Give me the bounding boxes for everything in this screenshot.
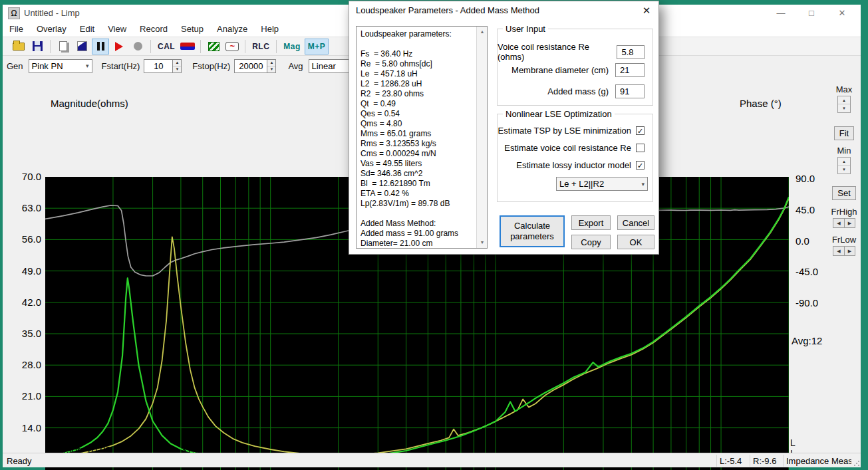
magnitude-tick: 35.0	[11, 328, 41, 339]
open-button[interactable]	[10, 39, 27, 55]
ok-button[interactable]: OK	[617, 235, 654, 249]
loudspeaker-parameters-dialog: Loudspeaker Parameters - Added Mass Meth…	[349, 1, 659, 255]
magnitude-tick: 28.0	[11, 359, 41, 370]
dialog-title-bar[interactable]: Loudspeaker Parameters - Added Mass Meth…	[349, 1, 658, 19]
magnitude-tick: 63.0	[11, 202, 41, 213]
dialog-title: Loudspeaker Parameters - Added Mass Meth…	[356, 5, 539, 15]
min-stepper[interactable]: ▲ ▼	[837, 157, 851, 174]
re-row: Voice coil resistance Re (ohms) 5.8	[498, 42, 645, 62]
diameter-input[interactable]: 21	[615, 63, 645, 77]
estimate-re-label: Estimate voice coil resistance Re	[504, 143, 631, 153]
magnitude-tick: 56.0	[11, 233, 41, 245]
diameter-label: Membrane diameter (cm)	[511, 65, 609, 75]
record-button[interactable]	[129, 39, 146, 55]
frlow-stepper[interactable]: ◀ ▶	[833, 246, 855, 256]
cancel-button[interactable]: Cancel	[617, 215, 654, 230]
up-arrow-icon: ▲	[267, 60, 275, 66]
right-arrow-icon[interactable]: ▶	[844, 218, 855, 228]
left-arrow-icon[interactable]: ◀	[833, 246, 844, 256]
toolbar-separator	[200, 40, 201, 53]
menu-item-edit[interactable]: Edit	[73, 22, 101, 37]
calibrate-button[interactable]: CAL	[155, 39, 178, 55]
estimate-tsp-label: Estimate TSP by LSE minimization	[498, 126, 631, 136]
set-button[interactable]: Set	[832, 186, 856, 200]
window-title: Untitled - Limp	[24, 8, 80, 18]
max-stepper[interactable]: ▲ ▼	[837, 96, 851, 113]
copy-button-dialog[interactable]: Copy	[571, 235, 611, 249]
magnitude-tick: 49.0	[11, 265, 41, 277]
phase-tick: 45.0	[796, 204, 829, 215]
down-arrow-icon: ▼	[267, 66, 275, 72]
up-arrow-icon[interactable]: ▲	[838, 158, 850, 166]
toolbar-separator	[276, 40, 277, 53]
frhigh-label: FrHigh	[831, 207, 857, 217]
fit-button[interactable]: Fit	[834, 126, 854, 140]
fstart-input[interactable]: 10	[144, 59, 173, 73]
scrollbar[interactable]: ▲ ▼	[476, 27, 487, 248]
resize-grip[interactable]	[853, 460, 860, 467]
magnitude-tick: 21.0	[11, 390, 41, 402]
menu-item-record[interactable]: Record	[133, 22, 174, 37]
status-separator	[783, 455, 784, 467]
down-arrow-icon[interactable]: ▼	[838, 166, 850, 174]
minimize-button[interactable]: —	[766, 5, 796, 22]
added-mass-input[interactable]: 91	[615, 84, 645, 98]
scroll-down-icon[interactable]: ▼	[477, 237, 488, 248]
up-arrow-icon[interactable]: ▲	[838, 96, 850, 104]
magnitude-axis-title: Magnitude(ohms)	[51, 98, 128, 109]
hatch-icon	[208, 42, 219, 51]
inductor-model-value: Le + L2||R2	[559, 179, 604, 189]
estimate-re-checkbox[interactable]	[636, 144, 645, 152]
close-button[interactable]: ✕	[827, 5, 857, 22]
parameters-textbox[interactable]: Loudspeaker parameters: Fs = 36.40 Hz Re…	[356, 26, 488, 249]
calculate-parameters-button[interactable]: Calculate parameters	[500, 215, 565, 247]
status-text: Ready	[7, 456, 32, 466]
right-arrow-icon[interactable]: ▶	[844, 246, 855, 256]
generator-type-select[interactable]: Pink PN▾	[29, 59, 92, 73]
max-label: Max	[836, 84, 853, 94]
left-arrow-icon[interactable]: ◀	[833, 218, 844, 228]
copy-button[interactable]	[55, 39, 72, 55]
scroll-up-icon[interactable]: ▲	[477, 27, 488, 37]
mag-view-button[interactable]: Mag	[281, 39, 303, 55]
status-mode: Impedance Measuremen	[786, 456, 851, 466]
phase-tick: 90.0	[796, 173, 829, 184]
menu-item-setup[interactable]: Setup	[174, 22, 210, 37]
menu-item-file[interactable]: File	[3, 22, 30, 37]
generator-button[interactable]: ~	[223, 39, 241, 55]
status-separator	[750, 455, 750, 467]
fstart-stepper[interactable]: ▲▼	[173, 59, 182, 73]
re-input[interactable]: 5.8	[617, 45, 645, 59]
down-arrow-icon: ▼	[173, 66, 181, 72]
maximize-button[interactable]: □	[797, 5, 826, 22]
estimate-inductor-checkbox[interactable]: ✓	[636, 161, 645, 170]
dialog-close-button[interactable]: ✕	[640, 4, 653, 17]
spectrum-button[interactable]	[205, 39, 222, 55]
menu-item-help[interactable]: Help	[254, 22, 285, 37]
frhigh-stepper[interactable]: ◀ ▶	[833, 218, 855, 228]
menu-item-overlay[interactable]: Overlay	[30, 22, 73, 37]
save-button[interactable]	[29, 39, 46, 55]
estimate-tsp-checkbox[interactable]: ✓	[636, 126, 645, 135]
start-button[interactable]	[110, 39, 128, 55]
fstart-label: Fstart(Hz)	[102, 61, 140, 71]
export-button[interactable]: Export	[571, 215, 611, 230]
color-scale-button[interactable]	[179, 39, 196, 55]
phase-tick: -90.0	[796, 297, 829, 308]
rlc-button[interactable]: RLC	[249, 39, 272, 55]
down-arrow-icon[interactable]: ▼	[838, 104, 850, 112]
fstop-input[interactable]: 20000	[234, 59, 267, 73]
magnitude-tick: 42.0	[11, 296, 41, 308]
re-label: Voice coil resistance Re (ohms)	[498, 42, 610, 62]
pause-button[interactable]	[92, 39, 109, 55]
toolbar-separator	[245, 40, 245, 53]
overlay-button[interactable]	[73, 39, 90, 55]
menu-item-analyze[interactable]: Analyze	[210, 22, 254, 37]
mag-phase-view-button[interactable]: M+P	[305, 39, 329, 55]
menu-item-view[interactable]: View	[101, 22, 133, 37]
added-mass-label: Added mass (g)	[547, 86, 609, 96]
inductor-model-select[interactable]: Le + L2||R2 ▾	[556, 177, 648, 191]
added-mass-row: Added mass (g) 91	[547, 84, 645, 98]
min-label: Min	[837, 146, 851, 156]
fstop-stepper[interactable]: ▲▼	[267, 59, 276, 73]
